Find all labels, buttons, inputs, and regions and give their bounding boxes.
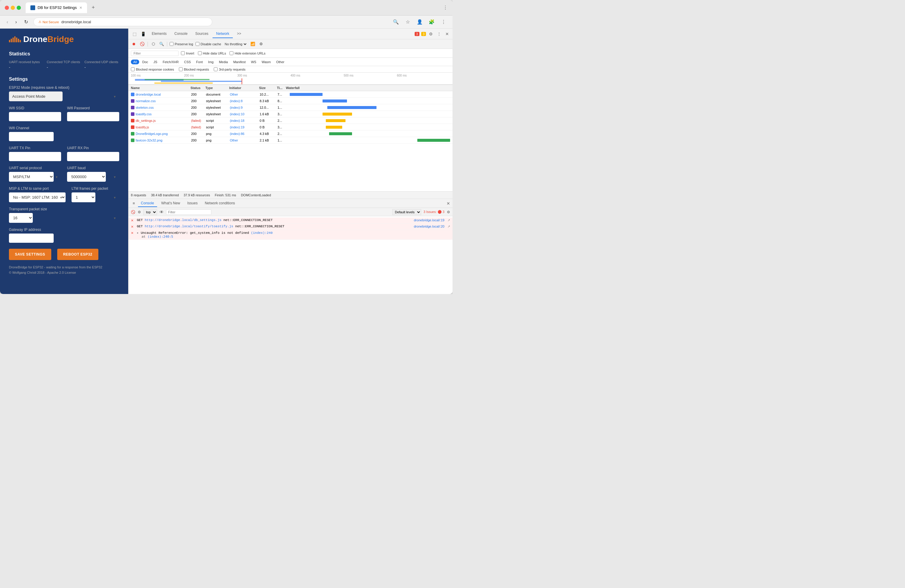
tab-console[interactable]: Console <box>171 30 191 38</box>
default-levels-select[interactable]: Default levels <box>392 209 421 215</box>
tab-more[interactable]: >> <box>233 30 245 38</box>
entry-location-2[interactable]: dronebridge.local/:20 <box>414 225 445 228</box>
uart-rx-input[interactable] <box>67 152 119 161</box>
new-tab-button[interactable]: + <box>89 3 97 12</box>
third-party-label[interactable]: 3rd-party requests <box>214 67 245 71</box>
console-gear-icon[interactable]: ⚙ <box>447 210 450 214</box>
col-initiator-header[interactable]: Initiator <box>229 86 259 90</box>
tab-elements[interactable]: Elements <box>148 30 170 38</box>
type-fetch-xhr[interactable]: Fetch/XHR <box>160 60 181 64</box>
console-settings-icon[interactable]: ⚙ <box>138 210 141 214</box>
console-tab-network-conditions[interactable]: Network conditions <box>202 200 238 207</box>
back-button[interactable]: ‹ <box>5 18 10 26</box>
gateway-ip-input[interactable] <box>9 233 54 243</box>
entry-link-2[interactable]: http://dronebridge.local/toastify/toasti… <box>144 225 233 228</box>
type-manifest[interactable]: Manifest <box>231 60 248 64</box>
close-button[interactable] <box>5 6 9 10</box>
invert-label[interactable]: Invert <box>181 51 194 55</box>
console-tab-whatsnew[interactable]: What's New <box>158 200 183 207</box>
type-img[interactable]: Img <box>206 60 216 64</box>
search-icon[interactable]: 🔍 <box>392 18 400 26</box>
console-tab-console[interactable]: Console <box>138 200 157 207</box>
save-settings-button[interactable]: SAVE SETTINGS <box>9 249 51 260</box>
transparent-size-select[interactable]: 16 <box>9 213 33 223</box>
expand-arrow[interactable]: ▸ <box>137 231 139 235</box>
kebab-menu-icon[interactable]: ⋮ <box>436 30 442 38</box>
extension-icon[interactable]: 🧩 <box>427 18 436 26</box>
wifi-channel-input[interactable] <box>9 132 54 141</box>
tab-sources[interactable]: Sources <box>192 30 212 38</box>
wifi-ssid-input[interactable] <box>9 112 61 121</box>
console-close-icon[interactable]: ✕ <box>446 201 450 206</box>
col-size-header[interactable]: Size <box>259 86 277 90</box>
hide-extension-urls-label[interactable]: Hide extension URLs <box>230 51 265 55</box>
maximize-button[interactable] <box>17 6 21 10</box>
type-js[interactable]: JS <box>151 60 160 64</box>
table-row[interactable]: favicon-32x32.png 200 png Other 2.1 kB 1… <box>129 137 452 144</box>
address-input[interactable]: ⚠ Not Secure dronebridge.local <box>33 17 212 26</box>
disable-cache-label[interactable]: Disable cache <box>195 42 221 46</box>
uart-serial-select[interactable]: MSP/LTM <box>9 172 54 182</box>
blocked-requests-label[interactable]: Blocked requests <box>179 67 209 71</box>
external-link-icon-2[interactable]: ↗ <box>448 225 450 228</box>
preserve-log-label[interactable]: Preserve log <box>170 42 193 46</box>
col-type-header[interactable]: Type <box>205 86 229 90</box>
type-css[interactable]: CSS <box>181 60 193 64</box>
console-drawer-icon[interactable]: ≡ <box>131 200 137 206</box>
tab-network[interactable]: Network <box>213 30 233 38</box>
profile-icon[interactable]: 👤 <box>416 18 424 26</box>
inspector-icon[interactable]: ⬚ <box>131 30 138 38</box>
table-row[interactable]: normalize.css 200 stylesheet (index):8 8… <box>129 98 452 104</box>
console-filter-input[interactable] <box>166 209 211 215</box>
minimize-button[interactable] <box>11 6 15 10</box>
esp32-mode-select[interactable]: Access Point Mode <box>9 92 63 101</box>
console-tab-issues[interactable]: Issues <box>184 200 201 207</box>
table-row[interactable]: DroneBridgeLogo.png 200 png (index):86 4… <box>129 130 452 137</box>
disable-cache-checkbox[interactable] <box>195 42 199 46</box>
bookmark-icon[interactable]: ☆ <box>403 18 412 26</box>
type-other[interactable]: Other <box>274 60 287 64</box>
third-party-checkbox[interactable] <box>214 67 218 71</box>
throttle-select[interactable]: No throttling <box>224 42 248 46</box>
external-link-icon-1[interactable]: ↗ <box>448 218 450 222</box>
context-select[interactable]: top <box>143 209 157 215</box>
table-row[interactable]: dronebridge.local 200 document Other 10.… <box>129 91 452 98</box>
settings-network-icon[interactable]: ⚙ <box>258 41 264 47</box>
filter-input[interactable] <box>131 51 179 56</box>
browser-more-icon[interactable]: ⋮ <box>443 5 448 10</box>
blocked-response-label[interactable]: Blocked response cookies <box>131 67 174 71</box>
hide-extension-urls-checkbox[interactable] <box>230 51 233 55</box>
col-waterfall-header[interactable]: Waterfall <box>286 86 450 90</box>
type-doc[interactable]: Doc <box>140 60 151 64</box>
entry-location-3[interactable]: (index):240 <box>251 231 273 235</box>
type-ws[interactable]: WS <box>249 60 259 64</box>
type-font[interactable]: Font <box>194 60 205 64</box>
uart-baud-select[interactable]: 5000000 <box>67 172 106 182</box>
blocked-response-checkbox[interactable] <box>131 67 135 71</box>
devtools-close-icon[interactable]: ✕ <box>444 30 450 38</box>
settings-icon[interactable]: ⚙ <box>428 30 434 38</box>
type-all[interactable]: All <box>131 60 139 64</box>
refresh-button[interactable]: ↻ <box>22 18 30 26</box>
eye-icon[interactable]: 👁 <box>159 210 164 214</box>
tab-close-icon[interactable]: ✕ <box>79 6 82 10</box>
type-wasm[interactable]: Wasm <box>259 60 273 64</box>
col-status-header[interactable]: Status <box>191 86 205 90</box>
table-row[interactable]: db_settings.js (failed) script (index):1… <box>129 117 452 124</box>
wifi-password-input[interactable] <box>67 112 119 121</box>
entry-location-1[interactable]: dronebridge.local/:19 <box>414 218 445 222</box>
forward-button[interactable]: › <box>13 18 19 26</box>
entry-link-1[interactable]: http://dronebridge.local/db_settings.js <box>144 218 221 222</box>
ltm-frames-select[interactable]: 1 <box>71 192 95 202</box>
menu-icon[interactable]: ⋮ <box>440 18 448 26</box>
preserve-log-checkbox[interactable] <box>170 42 173 46</box>
table-row[interactable]: toastify.css 200 stylesheet (index):10 1… <box>129 111 452 117</box>
col-name-header[interactable]: Name <box>131 86 191 90</box>
type-media[interactable]: Media <box>216 60 230 64</box>
search-network-icon[interactable]: 🔍 <box>159 41 165 47</box>
blocked-requests-checkbox[interactable] <box>179 67 183 71</box>
entry-link-3[interactable]: (index):240:5 <box>148 235 173 239</box>
hide-data-urls-checkbox[interactable] <box>198 51 202 55</box>
browser-tab[interactable]: DB for ESP32 Settings ✕ <box>25 2 87 13</box>
col-time-header[interactable]: Ti... <box>277 86 286 90</box>
